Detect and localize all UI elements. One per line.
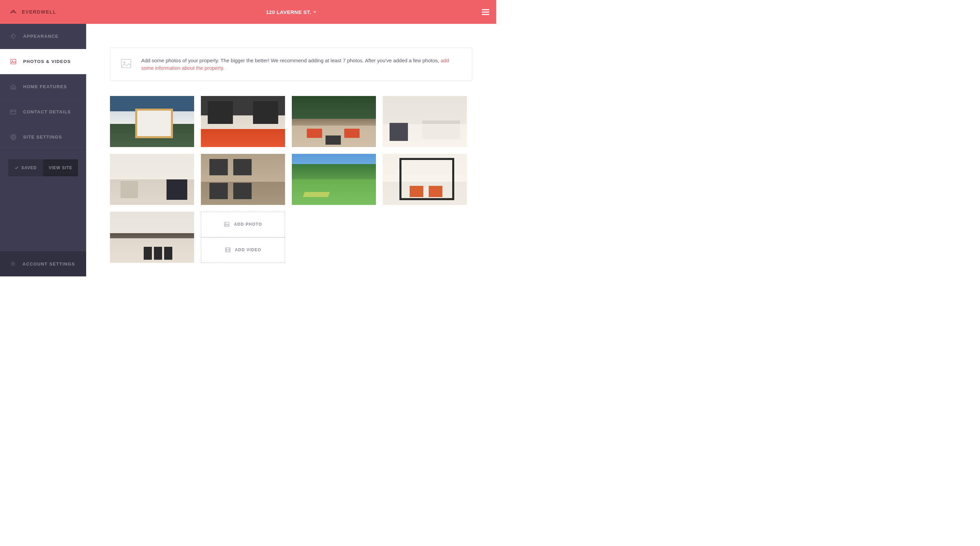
photo-thumb[interactable] bbox=[110, 154, 194, 205]
film-icon bbox=[225, 247, 231, 253]
saved-indicator: SAVED bbox=[8, 159, 43, 176]
svg-point-11 bbox=[124, 61, 125, 63]
nav-label: SITE SETTINGS bbox=[23, 135, 62, 140]
sidebar: EVERDWELL APPEARANCE PHOTOS & VIDEOS HOM… bbox=[0, 0, 86, 276]
photo-grid: ADD PHOTO ADD VIDEO bbox=[110, 96, 472, 263]
add-video-button[interactable]: ADD VIDEO bbox=[201, 237, 285, 263]
svg-rect-12 bbox=[224, 222, 229, 226]
account-label: ACCOUNT SETTINGS bbox=[22, 262, 75, 267]
photo-thumb[interactable] bbox=[383, 96, 467, 147]
header: 120 LAVERNE ST. bbox=[86, 0, 496, 24]
notice-text: Add some photos of your property. The bi… bbox=[141, 57, 462, 72]
nav-label: PHOTOS & VIDEOS bbox=[23, 59, 71, 64]
caret-down-icon bbox=[313, 11, 317, 13]
card-icon bbox=[10, 109, 17, 115]
svg-rect-1 bbox=[11, 59, 16, 63]
photo-thumb[interactable] bbox=[110, 96, 194, 147]
image-icon bbox=[121, 57, 132, 70]
photo-thumb[interactable] bbox=[110, 212, 194, 263]
sidebar-item-site-settings[interactable]: SITE SETTINGS bbox=[0, 125, 86, 150]
sidebar-item-account-settings[interactable]: ACCOUNT SETTINGS bbox=[0, 251, 86, 276]
image-icon bbox=[10, 58, 17, 65]
svg-rect-10 bbox=[121, 60, 131, 68]
nav-label: CONTACT DETAILS bbox=[23, 109, 71, 114]
sidebar-item-appearance[interactable]: APPEARANCE bbox=[0, 24, 86, 49]
add-photo-label: ADD PHOTO bbox=[234, 222, 262, 227]
photo-thumb[interactable] bbox=[201, 154, 285, 205]
nav-label: HOME FEATURES bbox=[23, 84, 67, 89]
svg-rect-3 bbox=[13, 87, 14, 89]
photo-thumb[interactable] bbox=[201, 96, 285, 147]
photo-thumb[interactable] bbox=[383, 154, 467, 205]
address-dropdown[interactable]: 120 LAVERNE ST. bbox=[266, 9, 317, 15]
logo-icon bbox=[10, 9, 17, 15]
menu-button[interactable] bbox=[482, 9, 489, 15]
saved-label: SAVED bbox=[21, 165, 37, 170]
brand-name: EVERDWELL bbox=[22, 9, 56, 14]
sidebar-item-contact-details[interactable]: CONTACT DETAILS bbox=[0, 99, 86, 125]
check-icon bbox=[14, 166, 19, 170]
house-icon bbox=[10, 83, 17, 90]
view-site-button[interactable]: VIEW SITE bbox=[43, 159, 78, 176]
brand[interactable]: EVERDWELL bbox=[0, 0, 86, 24]
svg-point-9 bbox=[12, 263, 14, 265]
address-text: 120 LAVERNE ST. bbox=[266, 9, 311, 15]
svg-rect-4 bbox=[11, 110, 16, 114]
sidebar-item-photos-videos[interactable]: PHOTOS & VIDEOS bbox=[0, 49, 86, 74]
photo-thumb[interactable] bbox=[292, 154, 376, 205]
status-row: SAVED VIEW SITE bbox=[8, 159, 78, 176]
tag-icon bbox=[10, 33, 17, 40]
notice-banner: Add some photos of your property. The bi… bbox=[110, 48, 472, 81]
add-video-label: ADD VIDEO bbox=[235, 248, 261, 252]
svg-point-0 bbox=[12, 35, 13, 36]
globe-icon bbox=[10, 134, 17, 141]
image-icon bbox=[224, 221, 230, 227]
add-photo-button[interactable]: ADD PHOTO bbox=[201, 212, 285, 237]
nav-label: APPEARANCE bbox=[23, 34, 59, 39]
sidebar-item-home-features[interactable]: HOME FEATURES bbox=[0, 74, 86, 99]
photo-thumb[interactable] bbox=[292, 96, 376, 147]
view-site-label: VIEW SITE bbox=[49, 165, 73, 170]
gear-icon bbox=[10, 260, 16, 267]
